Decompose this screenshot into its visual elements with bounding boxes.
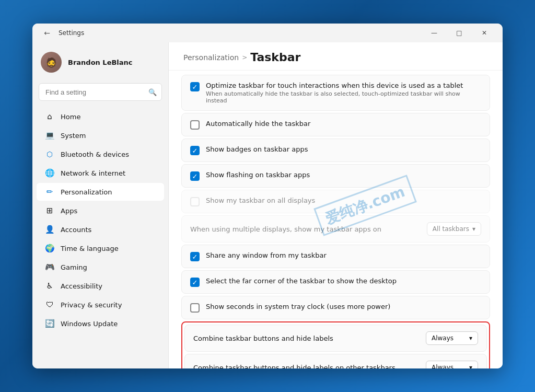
user-section: 🧔 Brandon LeBlanc xyxy=(32,48,168,81)
setting-item-left: ✓ Share any window from my taskbar xyxy=(190,251,481,261)
setting-text: When using multiple displays, show my ta… xyxy=(190,225,381,233)
dropdown-value: All taskbars xyxy=(433,225,469,233)
setting-text: Share any window from my taskbar xyxy=(206,251,327,259)
setting-text: Show my taskbar on all displays xyxy=(206,197,315,204)
setting-item-left: When using multiple displays, show my ta… xyxy=(190,225,427,233)
setting-text: Optimize taskbar for touch interactions … xyxy=(206,82,481,104)
checkbox-auto-hide[interactable] xyxy=(190,120,200,130)
back-button[interactable]: ← xyxy=(41,27,53,39)
chevron-down-icon: ▾ xyxy=(469,364,472,368)
main-wrapper: Personalization > Taskbar ✓ xyxy=(168,42,503,368)
personalization-icon: ✏ xyxy=(45,187,54,197)
setting-desc: When automatically hide the taskbar is a… xyxy=(206,90,481,104)
checkmark: ✓ xyxy=(192,253,198,261)
setting-show-flashing: ✓ Show flashing on taskbar apps xyxy=(181,164,490,188)
setting-label: Share any window from my taskbar xyxy=(206,251,327,259)
accounts-icon: 👤 xyxy=(45,225,54,234)
gaming-icon: 🎮 xyxy=(45,262,54,272)
checkbox-far-corner[interactable]: ✓ xyxy=(190,278,200,287)
checkbox-all-displays[interactable] xyxy=(190,197,200,206)
search-input[interactable] xyxy=(39,83,162,101)
setting-share-window: ✓ Share any window from my taskbar xyxy=(181,245,490,268)
window-controls: — □ ✕ xyxy=(422,25,496,41)
setting-label: Optimize taskbar for touch interactions … xyxy=(206,82,481,89)
privacy-icon: 🛡 xyxy=(45,300,54,309)
sidebar-item-label: System xyxy=(61,132,86,140)
setting-touch-optimize: ✓ Optimize taskbar for touch interaction… xyxy=(181,75,490,111)
setting-text: Automatically hide the taskbar xyxy=(206,120,310,128)
sidebar-item-accounts[interactable]: 👤 Accounts xyxy=(37,221,164,238)
setting-label: Show flashing on taskbar apps xyxy=(206,171,310,179)
setting-multiple-displays: When using multiple displays, show my ta… xyxy=(181,215,490,243)
sidebar-item-home[interactable]: Home xyxy=(37,108,164,125)
multiple-displays-dropdown[interactable]: All taskbars ▾ xyxy=(427,222,481,236)
sidebar-item-label: Bluetooth & devices xyxy=(61,151,129,158)
page-title: Taskbar xyxy=(250,51,300,64)
maximize-button[interactable]: □ xyxy=(447,25,471,41)
avatar-image: 🧔 xyxy=(41,52,62,73)
setting-item-left: Show my taskbar on all displays xyxy=(190,197,481,206)
main-content: Personalization > Taskbar ✓ xyxy=(168,42,503,368)
sidebar-item-label: Privacy & security xyxy=(61,301,122,309)
checkbox-share-window[interactable]: ✓ xyxy=(190,252,200,261)
checkbox-show-seconds[interactable] xyxy=(190,303,200,313)
checkmark: ✓ xyxy=(192,147,198,155)
sidebar-item-network[interactable]: 🌐 Network & internet xyxy=(37,164,164,182)
setting-item-left: Combine taskbar buttons and hide labels xyxy=(193,335,426,342)
titlebar-left: ← Settings xyxy=(41,27,84,39)
setting-label: When using multiple displays, show my ta… xyxy=(190,225,381,233)
sidebar-item-label: Home xyxy=(61,113,80,121)
breadcrumb: Personalization > Taskbar xyxy=(183,51,488,64)
sidebar-item-personalization[interactable]: ✏ Personalization xyxy=(37,183,164,201)
setting-item-left: ✓ Show flashing on taskbar apps xyxy=(190,171,481,181)
sidebar-item-privacy[interactable]: 🛡 Privacy & security xyxy=(37,296,164,314)
system-icon: 💻 xyxy=(45,131,54,140)
combine-buttons-other-dropdown[interactable]: Always ▾ xyxy=(426,361,478,368)
sidebar-item-update[interactable]: 🔄 Windows Update xyxy=(37,315,164,332)
setting-label: Combine taskbar buttons and hide labels xyxy=(193,335,333,342)
sidebar-item-apps[interactable]: ⊞ Apps xyxy=(37,202,164,220)
sidebar-item-label: Gaming xyxy=(61,263,87,271)
minimize-button[interactable]: — xyxy=(422,25,446,41)
setting-item-left: ✓ Select the far corner of the taskbar t… xyxy=(190,277,481,287)
setting-show-badges: ✓ Show badges on taskbar apps xyxy=(181,139,490,162)
sidebar-item-system[interactable]: 💻 System xyxy=(37,126,164,144)
window-title: Settings xyxy=(59,29,84,37)
sidebar: 🧔 Brandon LeBlanc 🔍 Home 💻 System ⬡ Blue… xyxy=(32,42,168,368)
sidebar-item-label: Accessibility xyxy=(61,282,102,290)
checkbox-show-flashing[interactable]: ✓ xyxy=(190,171,200,181)
home-icon xyxy=(45,112,54,121)
chevron-down-icon: ▾ xyxy=(472,225,475,233)
setting-text: Select the far corner of the taskbar to … xyxy=(206,277,397,285)
setting-label: Combine taskbar buttons and hide labels … xyxy=(193,364,396,369)
sidebar-item-accessibility[interactable]: ♿ Accessibility xyxy=(37,277,164,295)
combine-buttons-dropdown[interactable]: Always ▾ xyxy=(426,331,478,345)
close-button[interactable]: ✕ xyxy=(472,25,496,41)
setting-text: Show badges on taskbar apps xyxy=(206,145,308,153)
sidebar-item-bluetooth[interactable]: ⬡ Bluetooth & devices xyxy=(37,145,164,163)
sidebar-item-gaming[interactable]: 🎮 Gaming xyxy=(37,258,164,276)
checkmark: ✓ xyxy=(192,172,198,180)
checkmark: ✓ xyxy=(192,279,198,286)
settings-list: ✓ Optimize taskbar for touch interaction… xyxy=(169,71,503,368)
checkbox-show-badges[interactable]: ✓ xyxy=(190,146,200,155)
sidebar-item-label: Apps xyxy=(61,207,77,215)
sidebar-item-label: Personalization xyxy=(61,188,112,196)
apps-icon: ⊞ xyxy=(45,206,54,215)
update-icon: 🔄 xyxy=(45,319,54,328)
bluetooth-icon: ⬡ xyxy=(45,149,54,159)
content-area: 🧔 Brandon LeBlanc 🔍 Home 💻 System ⬡ Blue… xyxy=(32,42,503,368)
sidebar-item-time[interactable]: 🌍 Time & language xyxy=(37,239,164,257)
setting-auto-hide: Automatically hide the taskbar xyxy=(181,113,490,136)
setting-text: Show flashing on taskbar apps xyxy=(206,171,310,179)
setting-label: Automatically hide the taskbar xyxy=(206,120,310,128)
settings-window: ← Settings — □ ✕ 🧔 Brandon LeBlanc 🔍 xyxy=(32,24,503,368)
checkmark: ✓ xyxy=(192,83,198,91)
breadcrumb-parent[interactable]: Personalization xyxy=(183,53,239,62)
setting-far-corner: ✓ Select the far corner of the taskbar t… xyxy=(181,270,490,294)
checkbox-touch-optimize[interactable]: ✓ xyxy=(190,82,200,91)
accessibility-icon: ♿ xyxy=(45,281,54,291)
setting-item-left: ✓ Optimize taskbar for touch interaction… xyxy=(190,82,481,104)
setting-label: Select the far corner of the taskbar to … xyxy=(206,277,397,285)
search-box: 🔍 xyxy=(39,83,162,101)
